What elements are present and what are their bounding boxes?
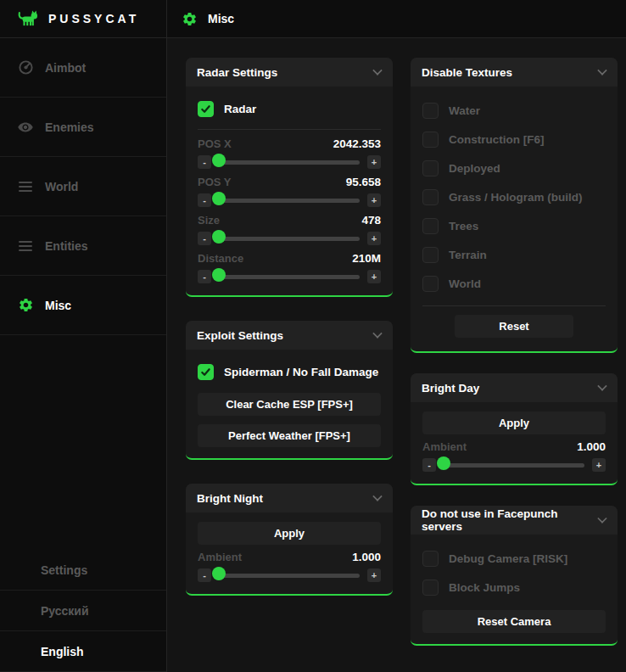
slider-header: Distance 210M [198,252,381,265]
checkbox-label: Radar [224,103,256,115]
slider-header: Ambient 1.000 [198,551,381,563]
increment-button[interactable]: + [592,458,606,472]
sidebar-item-misc[interactable]: Misc [0,276,166,335]
panel-header-bright-day[interactable]: Bright Day [411,373,618,402]
panel-title: Disable Textures [422,66,512,79]
panel-title: Radar Settings [197,66,277,79]
chevron-down-icon [597,381,606,390]
slider-label: POS X [198,137,232,150]
increment-button[interactable]: + [367,232,381,245]
increment-button[interactable]: + [367,155,381,169]
decrement-button[interactable]: - [198,155,211,169]
slider-thumb[interactable] [212,230,226,244]
clear-cache-esp-button[interactable]: Clear Cache ESP [FPS+] [198,393,381,416]
checkbox-box[interactable] [422,551,439,567]
content-area: Radar Settings Radar [167,38,626,672]
sidebar-item-lang-russian[interactable]: Русский [0,591,166,631]
apply-button[interactable]: Apply [198,522,381,545]
checkbox-debug-camera[interactable]: Debug Camera [RISK] [422,544,606,573]
checkbox-terrain[interactable]: Terrain [422,240,606,269]
slider-value: 210M [352,252,381,265]
checkbox-box[interactable] [422,132,439,148]
sidebar-item-lang-english[interactable]: English [0,631,166,672]
decrement-button[interactable]: - [198,232,211,245]
topbar: PUSSYCAT Misc [0,0,626,38]
checkbox-trees[interactable]: Trees [422,211,606,240]
apply-button[interactable]: Apply [422,412,606,434]
sidebar-item-label: World [45,180,78,193]
chevron-down-icon [372,328,382,338]
checkbox-box[interactable] [422,160,439,176]
reset-camera-button[interactable]: Reset Camera [422,610,606,633]
checkbox-radar[interactable]: Radar [198,96,381,121]
checkbox-grass-hologram[interactable]: Grass / Hologram (build) [422,182,606,211]
panel-header-exploit-settings[interactable]: Exploit Settings [186,321,393,350]
checkbox-box[interactable] [422,247,439,263]
slider-thumb[interactable] [212,192,226,205]
slider-thumb[interactable] [212,268,226,282]
slider-track[interactable] [219,199,360,203]
slider-posy: - + [198,193,381,208]
slider-label: Distance [198,252,243,265]
checkbox-label: Block Jumps [449,581,520,594]
decrement-button[interactable]: - [198,568,211,582]
sidebar-item-settings[interactable]: Settings [0,550,166,591]
increment-button[interactable]: + [367,193,381,207]
slider-label: Ambient [198,551,242,563]
sidebar-item-enemies[interactable]: Enemies [0,98,166,157]
checkbox-construction[interactable]: Construction [F6] [422,125,606,154]
sidebar-item-entities[interactable]: Entities [0,216,166,276]
panel-header-bright-night[interactable]: Bright Night [186,484,393,512]
checkbox-box[interactable] [422,189,439,205]
slider-value: 95.658 [346,176,381,188]
slider-track[interactable] [219,275,360,279]
chevron-down-icon [597,65,606,75]
checkbox-block-jumps[interactable]: Block Jumps [422,573,606,602]
panel-facepunch-warning: Do not use in Facepunch servers Debug Ca… [411,506,618,646]
page-title: Misc [208,12,234,25]
check-icon [200,367,211,378]
checkbox-box[interactable] [422,580,439,596]
panel-exploit-settings: Exploit Settings Spiderman / No Fall Dam… [186,321,393,460]
slider-track[interactable] [219,237,360,241]
perfect-weather-button[interactable]: Perfect Weather [FPS+] [198,424,381,447]
checkbox-label: Debug Camera [RISK] [449,552,567,565]
panel-title: Do not use in Facepunch servers [422,507,598,533]
checkbox-world[interactable]: World [422,269,606,298]
slider-thumb[interactable] [212,154,226,167]
slider-value: 478 [361,214,381,227]
slider-value: 2042.353 [333,137,381,150]
decrement-button[interactable]: - [198,193,211,207]
slider-thumb[interactable] [212,567,226,580]
slider-track[interactable] [219,574,360,578]
slider-distance: - + [198,269,381,284]
checkbox-label: World [449,277,481,290]
panel-header-disable-textures[interactable]: Disable Textures [411,58,618,87]
sidebar-item-aimbot[interactable]: Aimbot [0,38,166,98]
slider-track[interactable] [444,463,584,468]
increment-button[interactable]: + [367,270,381,283]
decrement-button[interactable]: - [198,270,211,283]
slider-track[interactable] [219,160,360,165]
checkbox-box[interactable] [422,218,439,234]
chevron-down-icon [597,513,606,523]
slider-thumb[interactable] [437,456,450,470]
checkbox-deployed[interactable]: Deployed [422,154,606,182]
checkbox-spiderman[interactable]: Spiderman / No Fall Damage [198,359,381,384]
left-column: Radar Settings Radar [186,58,393,596]
checkbox-box[interactable] [422,103,439,119]
checkbox-box[interactable] [198,364,214,380]
sidebar-item-world[interactable]: World [0,157,166,216]
panel-header-facepunch[interactable]: Do not use in Facepunch servers [411,506,618,535]
slider-size: - + [198,231,381,246]
checkbox-box[interactable] [198,101,214,117]
brand-logo: PUSSYCAT [0,0,167,37]
decrement-button[interactable]: - [422,458,436,472]
reset-button[interactable]: Reset [455,315,573,338]
sidebar-item-label: Settings [41,563,87,577]
increment-button[interactable]: + [367,568,381,582]
panel-header-radar-settings[interactable]: Radar Settings [186,58,393,87]
checkbox-box[interactable] [422,276,439,292]
divider [422,305,606,306]
checkbox-water[interactable]: Water [422,96,606,125]
